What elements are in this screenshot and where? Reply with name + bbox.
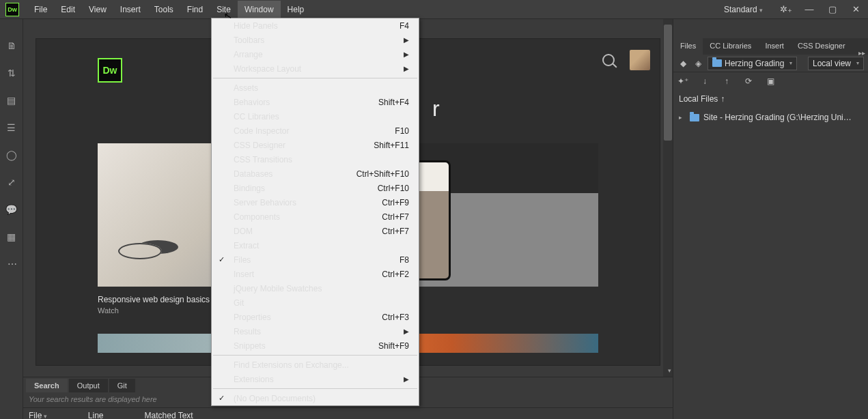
menu-help[interactable]: Help	[281, 1, 311, 18]
menu-find[interactable]: Find	[180, 1, 210, 18]
manage-sites-icon[interactable]: ⇅	[5, 67, 18, 79]
menu-item-code-inspector[interactable]: Code InspectorF10	[212, 124, 419, 138]
scrollbar-thumb[interactable]	[664, 25, 672, 141]
check-icon: ✓	[219, 394, 225, 403]
menu-item-find-extensions-on-exchange[interactable]: Find Extensions on Exchange...	[212, 358, 419, 372]
menu-item-properties[interactable]: PropertiesCtrl+F3	[212, 310, 419, 324]
bottom-tab-output[interactable]: Output	[69, 379, 108, 392]
menu-item-assets[interactable]: Assets	[212, 81, 419, 95]
shortcut-label: Ctrl+F3	[382, 313, 409, 322]
menu-item-extract[interactable]: Extract	[212, 238, 419, 252]
menu-item-git[interactable]: Git	[212, 295, 419, 310]
chevron-right-icon[interactable]: ▸	[679, 114, 686, 121]
results-columns: FileLineMatched Text	[23, 407, 673, 419]
folder-icon	[690, 114, 699, 121]
column-header[interactable]: Line	[88, 411, 104, 419]
menu-item-server-behaviors[interactable]: Server BehaviorsCtrl+F9	[212, 195, 419, 210]
menu-insert[interactable]: Insert	[113, 1, 148, 18]
menu-item-dom[interactable]: DOMCtrl+F7	[212, 224, 419, 238]
site-select[interactable]: Herzing Grading▾	[708, 57, 797, 70]
menu-item-label: Databases	[234, 169, 272, 179]
menu-item-files[interactable]: ✓FilesF8	[212, 252, 419, 267]
menu-item-label: CC Libraries	[234, 112, 279, 121]
panel-tab-files[interactable]: Files	[673, 38, 703, 55]
get-icon[interactable]: ↓	[699, 76, 710, 87]
search-icon[interactable]	[602, 54, 615, 66]
magic-wand-icon[interactable]: ✦⁺	[677, 76, 688, 87]
menu-item-label: Toolbars	[234, 35, 264, 45]
menu-item-label: Bindings	[234, 184, 265, 193]
format-icon[interactable]: ▦	[5, 231, 18, 243]
menu-window[interactable]: Window	[238, 1, 281, 18]
inspect-icon[interactable]: ◯	[5, 149, 18, 161]
tree-root-item[interactable]: ▸ Site - Herzing Grading (G:\Herzing Uni…	[677, 111, 864, 124]
connect-icon[interactable]: ◈	[692, 58, 703, 69]
panel-collapse-icon[interactable]: ▸▸	[858, 49, 865, 57]
menu-item-label: Behaviors	[234, 98, 270, 107]
split-view-icon[interactable]: ☰	[5, 121, 18, 134]
maximize-button[interactable]: ▢	[823, 3, 842, 16]
bottom-tab-git[interactable]: Git	[109, 379, 135, 392]
menu-item-bindings[interactable]: BindingsCtrl+F10	[212, 181, 419, 195]
check-icon: ✓	[219, 255, 225, 264]
panel-tab-cc-libraries[interactable]: CC Libraries	[703, 38, 758, 55]
submenu-arrow-icon: ▶	[404, 50, 409, 58]
expand-icon[interactable]: ⤢	[5, 176, 18, 188]
menu-item-behaviors[interactable]: BehaviorsShift+F4	[212, 95, 419, 109]
more-tools-icon[interactable]: ⋯	[5, 258, 18, 270]
scrollbar[interactable]: ▾	[663, 19, 673, 377]
file-icon[interactable]: 🗎	[5, 40, 18, 52]
panel-tab-css-designer[interactable]: CSS Designer	[791, 38, 852, 55]
menu-edit[interactable]: Edit	[54, 1, 82, 18]
server-icon[interactable]: ◆	[677, 58, 688, 69]
menu-item-css-designer[interactable]: CSS DesignerShift+F11	[212, 138, 419, 152]
menu-item-extensions[interactable]: Extensions▶	[212, 372, 419, 386]
submenu-arrow-icon: ▶	[404, 36, 409, 44]
menu-item-css-transitions[interactable]: CSS Transitions	[212, 152, 419, 167]
local-files-header[interactable]: Local Files↑	[673, 90, 868, 108]
menu-item-jquery-mobile-swatches: jQuery Mobile Swatches	[212, 281, 419, 295]
menu-view[interactable]: View	[82, 1, 113, 18]
shortcut-label: F8	[400, 255, 409, 265]
panel-tab-insert[interactable]: Insert	[758, 38, 791, 55]
menu-item-label: Extract	[234, 241, 259, 250]
menu-item-label: Assets	[234, 83, 258, 93]
menu-item-label: CSS Transitions	[234, 155, 292, 164]
menu-tools[interactable]: Tools	[148, 1, 180, 18]
comment-icon[interactable]: 💬	[5, 203, 18, 216]
sync-settings-icon[interactable]: ✲₊	[776, 3, 796, 16]
menu-item-label: Results	[234, 327, 261, 336]
column-header[interactable]: Matched Text	[145, 411, 193, 419]
hero-title-fragment: r	[432, 96, 598, 121]
menu-item-label: Hide Panels	[234, 21, 278, 31]
put-icon[interactable]: ↑	[721, 76, 732, 87]
card-title: Responsive web design basics	[98, 295, 210, 304]
view-select[interactable]: Local view▾	[808, 57, 864, 70]
menu-file[interactable]: File	[27, 1, 54, 18]
user-avatar[interactable]	[630, 50, 650, 70]
menu-separator	[213, 355, 417, 356]
menu-item-arrange[interactable]: Arrange▶	[212, 47, 419, 61]
menu-item-insert[interactable]: InsertCtrl+F2	[212, 267, 419, 281]
menu-item-cc-libraries[interactable]: CC Libraries	[212, 109, 419, 124]
shortcut-label: Ctrl+Shift+F10	[356, 169, 409, 179]
menu-item-results[interactable]: Results▶	[212, 324, 419, 338]
close-button[interactable]: ✕	[846, 3, 865, 16]
column-header[interactable]: File	[29, 411, 47, 419]
menu-item-workspace-layout[interactable]: Workspace Layout▶	[212, 61, 419, 76]
refresh-icon[interactable]: ⟳	[743, 76, 754, 87]
bottom-tab-search[interactable]: Search	[26, 379, 68, 392]
shortcut-label: Ctrl+F10	[378, 184, 409, 193]
shortcut-label: Shift+F11	[374, 141, 409, 150]
scroll-down-icon[interactable]: ▾	[668, 367, 671, 374]
live-view-icon[interactable]: ▤	[5, 94, 18, 106]
menu-item-components[interactable]: ComponentsCtrl+F7	[212, 210, 419, 224]
files-tree: ▸ Site - Herzing Grading (G:\Herzing Uni…	[673, 108, 868, 127]
menu-item-hide-panels[interactable]: Hide PanelsF4	[212, 18, 419, 33]
menu-item-databases[interactable]: DatabasesCtrl+Shift+F10	[212, 167, 419, 181]
menu-item-toolbars[interactable]: Toolbars▶	[212, 33, 419, 47]
menu-item-snippets[interactable]: SnippetsShift+F9	[212, 338, 419, 353]
workspace-switcher[interactable]: Standard ▾	[714, 2, 772, 17]
expand-panel-icon[interactable]: ▣	[765, 76, 776, 87]
minimize-button[interactable]: —	[800, 3, 819, 16]
